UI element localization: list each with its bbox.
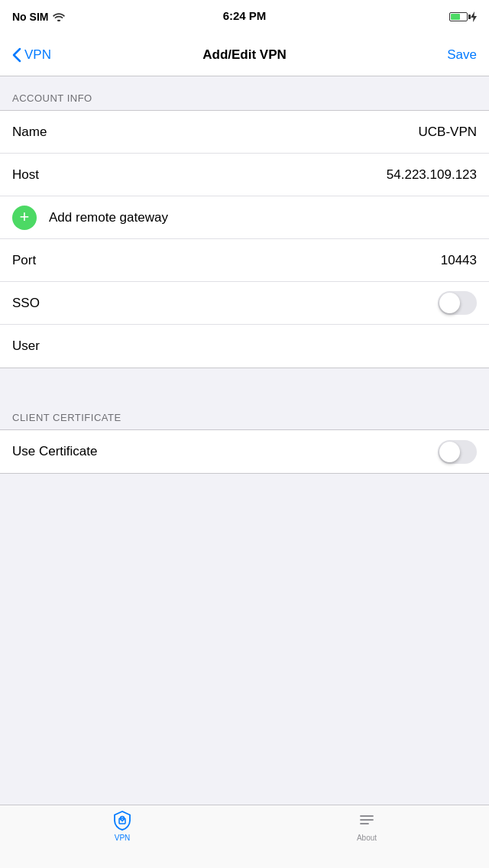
- host-value: 54.223.109.123: [387, 167, 477, 183]
- sso-row: SSO: [0, 282, 489, 325]
- status-bar: No SIM 6:24 PM: [0, 0, 489, 34]
- battery-fill: [451, 14, 460, 20]
- host-row[interactable]: Host 54.223.109.123: [0, 154, 489, 196]
- use-certificate-row: Use Certificate: [0, 430, 489, 473]
- add-gateway-row[interactable]: + Add remote gateway: [0, 196, 489, 239]
- tab-about-label: About: [357, 834, 377, 842]
- nav-back-button[interactable]: VPN: [12, 47, 51, 63]
- add-circle-plus: +: [20, 209, 30, 225]
- status-time: 6:24 PM: [223, 9, 267, 22]
- client-certificate-header-text: CLIENT CERTIFICATE: [12, 412, 121, 423]
- client-certificate-section: Use Certificate: [0, 429, 489, 474]
- name-row[interactable]: Name UCB-VPN: [0, 111, 489, 154]
- tab-vpn-label: VPN: [115, 834, 131, 842]
- carrier-wifi: No SIM: [12, 11, 65, 23]
- sso-label: SSO: [12, 296, 438, 311]
- use-certificate-toggle-knob: [439, 442, 460, 462]
- add-gateway-label: Add remote gateway: [49, 210, 168, 225]
- chevron-left-icon: [12, 47, 21, 63]
- use-certificate-toggle[interactable]: [438, 440, 477, 464]
- port-row[interactable]: Port 10443: [0, 239, 489, 282]
- nav-back-label: VPN: [24, 47, 51, 63]
- user-label: User: [12, 338, 477, 354]
- tab-about[interactable]: About: [244, 810, 489, 842]
- sso-toggle-knob: [439, 293, 460, 313]
- port-value: 10443: [441, 253, 477, 268]
- name-label: Name: [12, 125, 418, 140]
- host-label: Host: [12, 167, 387, 183]
- section-gap-1: [0, 368, 489, 396]
- port-label: Port: [12, 253, 441, 268]
- use-certificate-label: Use Certificate: [12, 444, 438, 459]
- battery-area: [449, 11, 477, 22]
- user-row[interactable]: User: [0, 325, 489, 368]
- nav-title: Add/Edit VPN: [202, 47, 287, 63]
- about-lines-icon: [356, 810, 377, 831]
- client-certificate-header: CLIENT CERTIFICATE: [0, 396, 489, 429]
- carrier-label: No SIM: [12, 11, 48, 23]
- account-info-header: ACCOUNT INFO: [0, 76, 489, 110]
- bolt-icon: [471, 11, 477, 22]
- tab-bar: VPN About: [0, 805, 489, 868]
- account-info-section: Name UCB-VPN Host 54.223.109.123 + Add r…: [0, 110, 489, 368]
- nav-bar: VPN Add/Edit VPN Save: [0, 34, 489, 76]
- add-circle-button[interactable]: +: [12, 206, 37, 230]
- account-info-header-text: ACCOUNT INFO: [12, 92, 92, 104]
- vpn-shield-icon: [112, 810, 133, 831]
- nav-save-button[interactable]: Save: [447, 47, 477, 63]
- wifi-icon: [53, 12, 65, 21]
- sso-toggle[interactable]: [438, 291, 477, 315]
- tab-vpn[interactable]: VPN: [0, 810, 244, 842]
- battery-icon: [449, 12, 468, 21]
- name-value: UCB-VPN: [418, 125, 477, 140]
